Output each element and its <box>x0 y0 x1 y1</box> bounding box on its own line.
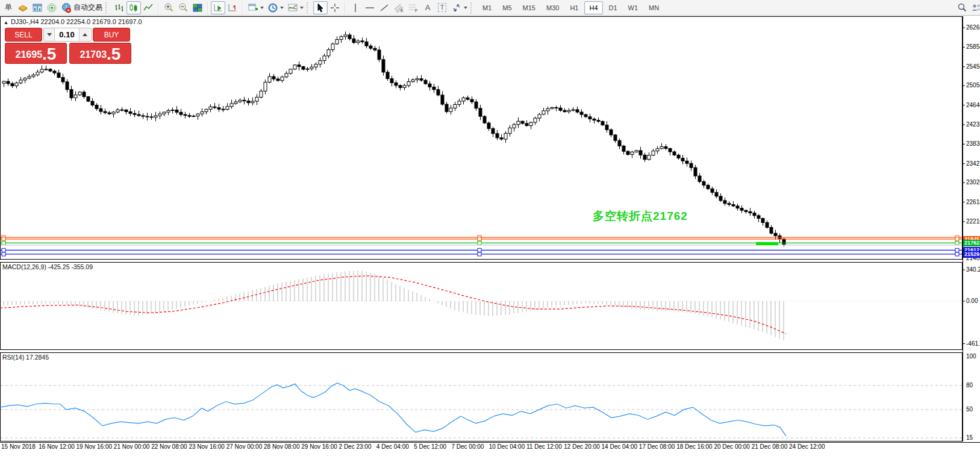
search-button[interactable] <box>955 1 969 14</box>
bar-chart-button[interactable] <box>112 1 126 14</box>
horizontal-line-tool-button[interactable] <box>363 1 377 14</box>
candle-body <box>36 72 39 75</box>
line-handle[interactable] <box>478 252 481 256</box>
tile-windows-button[interactable] <box>190 1 205 14</box>
text-tool-button[interactable]: A <box>420 1 435 14</box>
line-handle[interactable] <box>955 241 959 245</box>
time-axis-label[interactable]: 20 Dec 00:00 <box>714 443 750 450</box>
history-center-button[interactable] <box>16 1 30 14</box>
time-axis-label[interactable]: 16 Nov 12:00 <box>39 443 75 450</box>
line-handle[interactable] <box>955 248 959 252</box>
line-handle[interactable] <box>2 248 5 252</box>
candle-body <box>719 196 722 201</box>
timeframe-button-H1[interactable]: H1 <box>565 1 583 14</box>
candlestick-chart-button[interactable] <box>126 1 141 14</box>
green-marker[interactable] <box>756 242 778 245</box>
fibonacci-tool-button[interactable]: F <box>406 1 420 14</box>
crosshair-icon <box>329 2 340 13</box>
line-handle[interactable] <box>478 237 481 241</box>
arrows-tool-button[interactable] <box>449 1 469 14</box>
candle-body <box>626 151 629 154</box>
time-axis-label[interactable]: 24 Dec 12:00 <box>789 443 825 450</box>
time-axis-label[interactable]: 15 Nov 2018 <box>1 443 36 450</box>
volume-control <box>43 28 92 42</box>
time-axis-label[interactable]: 17 Dec 08:00 <box>639 443 675 450</box>
timeframe-button-W1[interactable]: W1 <box>623 1 643 14</box>
signals-icon <box>46 2 57 13</box>
chart-shift-button[interactable] <box>225 1 240 14</box>
time-axis-label[interactable]: 27 Nov 00:00 <box>226 443 263 450</box>
new-order-button[interactable]: 单 <box>1 1 16 14</box>
timeframe-button-M1[interactable]: M1 <box>478 1 496 14</box>
time-axis-label[interactable]: 10 Dec 04:00 <box>489 443 525 450</box>
time-axis-label[interactable]: 22 Nov 08:00 <box>151 443 187 450</box>
auto-trading-button[interactable]: 自动交易 <box>59 1 104 14</box>
time-axis-label[interactable]: 7 Dec 00:00 <box>451 443 484 450</box>
chevron-down-icon[interactable] <box>280 7 284 9</box>
time-axis-label[interactable]: 18 Dec 16:00 <box>676 443 713 450</box>
new-chart-button[interactable] <box>246 1 266 14</box>
timeframe-button-M5[interactable]: M5 <box>498 1 516 14</box>
text-label-tool-button[interactable]: T <box>435 1 449 14</box>
indicators-button[interactable] <box>286 1 305 14</box>
community-button[interactable] <box>969 1 980 14</box>
time-axis-label[interactable]: 11 Dec 12:00 <box>526 443 562 450</box>
time-axis-label[interactable]: 14 Dec 04:00 <box>602 443 638 450</box>
line-handle[interactable] <box>2 252 5 256</box>
auto-scroll-button[interactable] <box>211 1 225 14</box>
time-axis-label[interactable]: 28 Nov 08:00 <box>264 443 300 450</box>
sell-button[interactable]: SELL <box>5 28 42 42</box>
time-axis-label[interactable]: 21 Nov 00:00 <box>114 443 150 450</box>
trendline-tool-button[interactable] <box>377 1 392 14</box>
timeframe-bar: M1M5M15M30H1H4D1W1MN <box>477 1 664 14</box>
timeframe-button-D1[interactable]: D1 <box>604 1 622 14</box>
timeframe-button-H4[interactable]: H4 <box>584 1 602 14</box>
hline-icon <box>364 2 375 13</box>
line-handle[interactable] <box>478 248 481 252</box>
price-tag-21762.0: 21762.0 <box>963 240 980 246</box>
timeframe-button-M30[interactable]: M30 <box>541 1 564 14</box>
line-handle[interactable] <box>2 241 5 245</box>
timeframe-button-M15[interactable]: M15 <box>518 1 540 14</box>
zoom-out-button[interactable] <box>176 1 190 14</box>
periods-button[interactable] <box>266 1 286 14</box>
rsi-pane-border <box>1 353 963 442</box>
candle-body <box>95 105 98 108</box>
buy-button[interactable]: BUY <box>93 28 130 42</box>
line-handle[interactable] <box>955 237 959 241</box>
collapse-triangle-icon[interactable]: ▲ <box>4 20 8 25</box>
line-chart-button[interactable] <box>141 1 155 14</box>
line-handle[interactable] <box>955 252 959 256</box>
time-axis-label[interactable]: 5 Dec 12:00 <box>414 443 446 450</box>
buy-price-display[interactable]: 21703.5 <box>69 43 131 64</box>
time-axis-label[interactable]: 29 Nov 16:00 <box>301 443 337 450</box>
chevron-down-icon[interactable] <box>300 7 304 9</box>
candle-body <box>715 192 718 196</box>
candle-body <box>382 60 385 72</box>
volume-decrease-button[interactable] <box>44 28 55 41</box>
chevron-down-icon[interactable] <box>464 7 467 9</box>
line-handle[interactable] <box>478 241 481 245</box>
sell-price-display[interactable]: 21695.5 <box>5 43 67 64</box>
time-axis-label[interactable]: 23 Nov 16:00 <box>189 443 225 450</box>
volume-increase-button[interactable] <box>79 28 90 41</box>
chart-annotation[interactable]: 多空转折点21762 <box>593 208 688 224</box>
time-axis-label[interactable]: 19 Nov 16:00 <box>76 443 113 450</box>
equidistant-channel-button[interactable]: E <box>392 1 406 14</box>
cursor-button[interactable] <box>313 1 328 14</box>
signals-button[interactable] <box>45 1 59 14</box>
time-axis-label[interactable]: 21 Dec 08:00 <box>752 443 788 450</box>
timeframe-button-MN[interactable]: MN <box>644 1 664 14</box>
zoom-in-button[interactable] <box>161 1 176 14</box>
time-axis-label[interactable]: 2 Dec 23:00 <box>339 443 372 450</box>
vertical-line-tool-button[interactable] <box>348 1 363 14</box>
time-axis-label[interactable]: 12 Dec 20:00 <box>564 443 600 450</box>
candle-body <box>87 96 90 101</box>
volume-input[interactable] <box>55 28 79 41</box>
chart-canvas[interactable] <box>0 16 980 465</box>
market-watch-button[interactable] <box>30 1 45 14</box>
chevron-down-icon[interactable] <box>260 7 264 9</box>
time-axis-label[interactable]: 4 Dec 04:00 <box>376 443 409 450</box>
line-handle[interactable] <box>2 237 5 241</box>
crosshair-button[interactable] <box>328 1 342 14</box>
